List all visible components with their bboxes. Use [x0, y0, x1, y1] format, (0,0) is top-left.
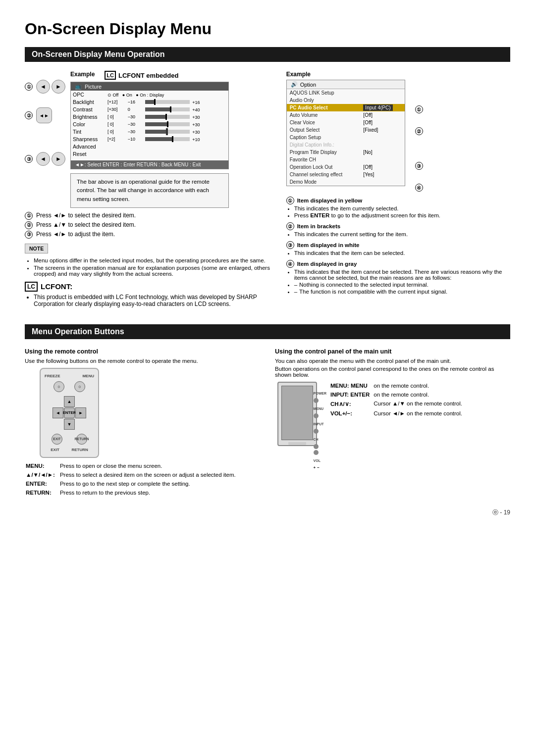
panel-description: You can also operate the menu with the c…	[275, 358, 510, 364]
dpad-left[interactable]: ◄	[53, 407, 63, 418]
return-btn[interactable]: RETURN	[76, 434, 87, 445]
step2-text: Press ▲/▼ to select the desired item.	[36, 221, 136, 228]
menu-btn[interactable]: ○	[74, 381, 85, 392]
menu-op-left: Using the remote control Use the followi…	[25, 348, 260, 499]
item-desc-1-title: Item displayed in yellow	[297, 198, 363, 203]
lcfont-embedded-label: LCFONT embedded	[118, 72, 178, 79]
menu-op-right: Using the control panel of the main unit…	[275, 348, 510, 499]
tv-power-btn[interactable]	[314, 398, 319, 403]
item-desc-1-bullet-2: Press ENTER to go to the adjustment scre…	[294, 212, 510, 218]
item-desc-1-bullet-1: This indicates the item currently select…	[294, 205, 510, 211]
tv-side-buttons: POWER MENU INPUT CH VOL + −	[314, 392, 326, 470]
opt-row-audio-only: Audio Only	[287, 97, 405, 104]
panel-labels-table: MENU: MENU on the remote control. INPUT:…	[329, 382, 463, 419]
exit-label: EXIT	[51, 448, 59, 452]
panel-label-ch: CH∧/∨: Cursor ▲/▼ on the remote control.	[330, 401, 462, 409]
step-circle-1: ①	[25, 83, 33, 91]
remote-btn-left[interactable]: ◄	[36, 80, 50, 94]
example-label-right: Example	[286, 71, 405, 78]
tv-vol-minus[interactable]: −	[317, 465, 320, 470]
option-icon: 🔊	[291, 81, 298, 88]
item-desc-4-dash-1: Nothing is connected to the selected inp…	[294, 282, 510, 288]
lcfont-text: This product is embedded with LC Font te…	[34, 294, 271, 307]
freeze-btn[interactable]: ○	[54, 381, 64, 392]
opt-row-output-select: Output Select [Fixed]	[287, 126, 405, 134]
dpad-right[interactable]: ►	[75, 407, 86, 418]
label-arrows: ▲/▼/◄/►: Press to select a desired item …	[26, 472, 236, 480]
opt-row-op-lock: Operation Lock Out [Off]	[287, 163, 405, 171]
note-label: NOTE	[25, 244, 48, 253]
dpad: ▲ ◄ ENTER ► ▼	[53, 396, 86, 430]
step2-circle: ②	[25, 221, 33, 229]
remote-labels-table: MENU: Press to open or close the menu sc…	[25, 462, 237, 499]
osd-title-bar: 📺 Picture	[71, 82, 228, 91]
remote-btn-left2[interactable]: ◄	[36, 152, 50, 166]
tv-ch-dn-btn[interactable]	[314, 450, 319, 455]
osd-row-reset: Reset	[71, 150, 228, 157]
note-item-1: Menu options differ in the selected inpu…	[34, 257, 271, 263]
lcfont-section: LC LCFONT: This product is embedded with…	[25, 282, 271, 307]
step-2: ② Press ▲/▼ to select the desired item.	[25, 221, 271, 229]
item-desc-4: ④ Item displayed in gray This indicates …	[286, 260, 510, 295]
remote-btn-right2[interactable]: ►	[52, 152, 65, 166]
opt-pc-audio-value: Input 4(PC)	[363, 104, 392, 111]
panel-label-menu: MENU: MENU on the remote control.	[330, 383, 462, 391]
osd-menu-table: OPC ⊙ Off ● On ● On : Display Backlight …	[71, 91, 228, 157]
section2-header: Menu Operation Buttons	[25, 324, 510, 339]
remote-btn-right[interactable]: ►	[52, 80, 65, 94]
item-desc-4-bullet-1: This indicates that the item cannot be s…	[294, 269, 510, 281]
tv-ch-up-btn[interactable]	[314, 444, 319, 449]
exit-btn[interactable]: EXIT	[52, 434, 62, 445]
remote-graphic: FREEZE MENU ○ ○ ▲ ◄ ENTER ► ▼ EXIT RETUR…	[40, 368, 99, 458]
opt-row-digital-caption: Digital Caption Info.:	[287, 141, 405, 149]
note-item-2: The screens in the operation manual are …	[34, 265, 271, 277]
tv-unit-graphic	[277, 382, 317, 446]
item-desc-4-dash-list: Nothing is connected to the selected inp…	[294, 282, 510, 295]
osd-row-tint: Tint [ 0] −30 +30	[71, 128, 228, 135]
remote-btn-updown[interactable]: ◄►	[36, 107, 52, 123]
tv-vol-plus[interactable]: +	[314, 465, 316, 470]
option-title-bar: 🔊 Option	[287, 80, 405, 89]
item-desc-2: ② Item in brackets This indicates the cu…	[286, 222, 510, 237]
panel-sub-header: Using the control panel of the main unit	[275, 348, 510, 355]
callout-num-1: ①	[415, 105, 425, 113]
osd-row-advanced: Advanced	[71, 143, 228, 150]
return-label: RETURN	[71, 448, 88, 452]
enter-btn[interactable]: ENTER	[64, 407, 75, 418]
opt-row-aquos: AQUOS LINK Setup	[287, 89, 405, 97]
freeze-label: FREEZE	[45, 374, 60, 378]
example-label-left: Example	[70, 71, 95, 78]
opt-row-clear-voice: Clear Voice [Off]	[287, 119, 405, 126]
panel-description2: Button operations on the control panel c…	[275, 366, 510, 378]
item-desc-2-bullet-1: This indicates the current setting for t…	[294, 231, 510, 237]
remote-description: Use the following buttons on the remote …	[25, 358, 260, 364]
tv-input-btn[interactable]	[314, 429, 319, 434]
item-desc-3: ③ Item displayed in white This indicates…	[286, 241, 510, 256]
callout-num-3: ③	[415, 162, 425, 170]
item-desc-2-title: Item in brackets	[297, 223, 341, 229]
opt-row-caption: Caption Setup	[287, 134, 405, 141]
osd-row-sharpness: Sharpness [+2] −10 +10	[71, 135, 228, 143]
item-desc-1: ① Item displayed in yellow This indicate…	[286, 197, 510, 218]
item-desc-4-title: Item displayed in gray	[297, 261, 357, 267]
page-number: ⓔ - 19	[25, 508, 510, 517]
tv-screen	[281, 386, 313, 440]
dpad-down[interactable]: ▼	[64, 419, 75, 430]
opt-row-prog-title: Program Title Display [No]	[287, 149, 405, 156]
osd-tv-icon: 📺	[75, 83, 82, 90]
dpad-up[interactable]: ▲	[64, 396, 75, 407]
step1-text: Press ◄/► to select the desired item.	[36, 212, 136, 219]
osd-nav-bar: ◄►: Select ENTER : Enter RETURN : Back M…	[71, 160, 228, 169]
osd-row-contrast: Contrast [+30] 0 +40	[71, 105, 228, 113]
menu-op-cols: Using the remote control Use the followi…	[25, 348, 510, 499]
tv-menu-btn[interactable]	[314, 413, 319, 418]
osd-menu-box: 📺 Picture OPC ⊙ Off ● On ● On : Display …	[70, 82, 229, 169]
step-3: ③ Press ◄/► to adjust the item.	[25, 231, 271, 239]
step3-circle: ③	[25, 231, 33, 239]
label-enter: ENTER: Press to go to the next step or c…	[26, 481, 236, 489]
item-desc-4-dash-2: The function is not compatible with the …	[294, 289, 510, 295]
opt-row-pc-audio: PC Audio Select Input 4(PC)	[287, 104, 405, 111]
note-section: Menu options differ in the selected inpu…	[25, 257, 271, 277]
lcfont-title-text: LCFONT:	[41, 282, 72, 291]
osd-row-brightness: Brightness [ 0] −30 +30	[71, 113, 228, 120]
